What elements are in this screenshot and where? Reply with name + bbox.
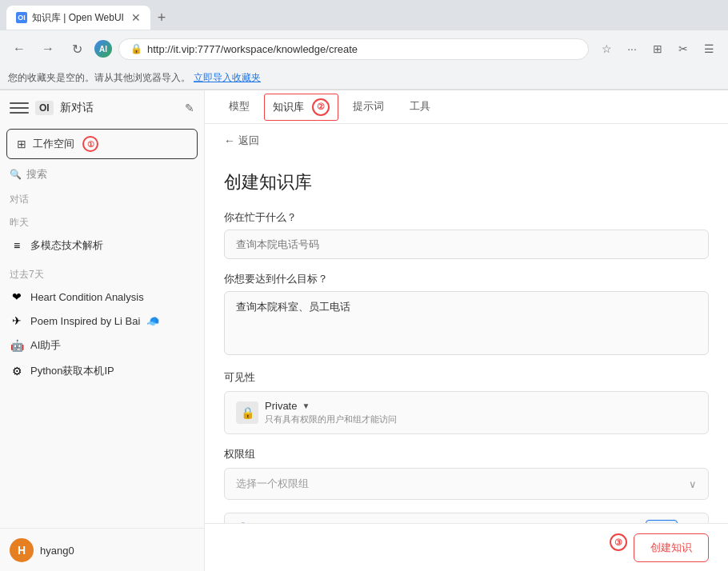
- workspace-label: 工作空间: [33, 137, 74, 151]
- past7-label: 过去7天: [0, 262, 204, 285]
- sidebar-footer: H hyang0: [0, 528, 204, 571]
- toolbar-icons: ☆ ··· ⊞ ✂ ☰: [595, 38, 720, 60]
- multimodal-label: 多模态技术解析: [30, 238, 103, 253]
- lock-icon: 🔒: [130, 43, 142, 54]
- username-label: hyang0: [40, 545, 74, 557]
- new-tab-button[interactable]: +: [150, 6, 173, 29]
- browser-chrome: OI 知识库 | Open WebUI ✕ + ← → ↻ AI 🔒 http:…: [0, 0, 728, 90]
- new-chat-label: 新对话: [60, 101, 178, 115]
- yesterday-label: 昨天: [0, 210, 204, 233]
- hamburger-menu-icon[interactable]: [10, 98, 29, 118]
- form-footer: ③ 创建知识: [205, 523, 728, 571]
- permission-select[interactable]: 选择一个权限组 ∨: [224, 468, 709, 500]
- search-row[interactable]: 🔍 搜索: [0, 162, 204, 186]
- create-knowledge-button[interactable]: 创建知识: [634, 533, 709, 562]
- ai-helper-icon: 🤖: [10, 339, 24, 352]
- bookmark-link[interactable]: 立即导入收藏夹: [194, 71, 261, 85]
- back-nav-button[interactable]: ←: [8, 38, 30, 60]
- tab-close-icon[interactable]: ✕: [131, 11, 141, 24]
- ai-icon: AI: [94, 40, 112, 58]
- create-circle-badge: ③: [610, 533, 627, 551]
- sidebar-header: OI 新对话 ✎: [0, 90, 204, 126]
- nav-knowledge[interactable]: 知识库 ②: [264, 94, 338, 121]
- user-row: 👤 it 只读 ✕: [224, 513, 709, 523]
- more-icon[interactable]: ···: [621, 38, 643, 60]
- tab-bar: OI 知识库 | Open WebUI ✕ +: [0, 0, 728, 30]
- nav-prompts[interactable]: 提示词: [342, 91, 395, 123]
- menu-icon[interactable]: ☰: [698, 38, 720, 60]
- visibility-title: Private ▼: [265, 400, 697, 412]
- what-goal-label: 你想要达到什么目标？: [224, 272, 709, 286]
- python-label: Python获取本机IP: [30, 364, 114, 378]
- page-title: 创建知识库: [224, 170, 709, 194]
- workspace-icon: ⊞: [17, 138, 26, 150]
- app-container: OI 新对话 ✎ ⊞ 工作空间 ① 🔍 搜索 对话 昨天 ≡ 多模态技术解析 过…: [0, 90, 728, 571]
- sidebar-item-ai[interactable]: 🤖 AI助手: [0, 333, 204, 358]
- edit-icon[interactable]: ✎: [185, 102, 194, 114]
- poem-label: Poem Inspired by Li Bai: [30, 315, 140, 327]
- heart-label: Heart Condition Analysis: [30, 291, 144, 303]
- permission-placeholder: 选择一个权限组: [236, 477, 309, 491]
- tab-title: 知识库 | Open WebUI: [32, 11, 126, 25]
- what-busy-input[interactable]: [224, 230, 709, 259]
- avatar: H: [10, 538, 34, 562]
- ai-helper-label: AI助手: [30, 338, 61, 353]
- nav-tools[interactable]: 工具: [398, 91, 442, 123]
- back-button[interactable]: ← 返回: [224, 134, 259, 148]
- search-icon: 🔍: [10, 169, 22, 180]
- conversations-section-label: 对话: [0, 186, 204, 210]
- browser-tab[interactable]: OI 知识库 | Open WebUI ✕: [6, 6, 150, 30]
- what-busy-label: 你在忙于什么？: [224, 210, 709, 225]
- oi-logo: OI: [35, 101, 54, 115]
- tab-favicon: OI: [16, 12, 27, 23]
- visibility-label: 可见性: [224, 370, 709, 385]
- sidebar-item-multimodal[interactable]: ≡ 多模态技术解析: [0, 233, 204, 258]
- poem-emoji: 🧢: [146, 315, 159, 327]
- nav-model[interactable]: 模型: [218, 91, 261, 123]
- url-text: http://it.vip:7777/workspace/knowledge/c…: [147, 43, 358, 55]
- workspace-button[interactable]: ⊞ 工作空间 ①: [6, 129, 198, 159]
- back-label: 返回: [238, 134, 259, 148]
- multimodal-icon: ≡: [10, 239, 24, 252]
- bookmark-bar: 您的收藏夹是空的。请从其他浏览器导入。 立即导入收藏夹: [0, 67, 728, 90]
- star-icon[interactable]: ☆: [595, 38, 618, 60]
- main-content: 模型 知识库 ② 提示词 工具 ← 返回 创建知识库 你在忙于什么？ 你想要达到…: [205, 90, 728, 571]
- what-goal-textarea[interactable]: 查询本院科室、员工电话: [224, 291, 709, 355]
- top-nav: 模型 知识库 ② 提示词 工具: [205, 90, 728, 124]
- heart-icon: ❤: [10, 290, 24, 303]
- reload-button[interactable]: ↻: [66, 38, 88, 60]
- grid-icon[interactable]: ⊞: [646, 38, 669, 60]
- visibility-lock-icon: 🔒: [236, 401, 258, 424]
- permission-chevron-icon: ∨: [689, 478, 697, 490]
- back-arrow-icon: ←: [224, 134, 235, 147]
- scissors-icon[interactable]: ✂: [672, 38, 694, 60]
- visibility-info: Private ▼ 只有具有权限的用户和组才能访问: [265, 400, 697, 425]
- visibility-row[interactable]: 🔒 Private ▼ 只有具有权限的用户和组才能访问: [224, 391, 709, 434]
- visibility-option-label: Private: [265, 400, 297, 412]
- forward-nav-button[interactable]: →: [37, 38, 59, 60]
- sidebar-item-python[interactable]: ⚙ Python获取本机IP: [0, 358, 204, 384]
- bookmark-text: 您的收藏夹是空的。请从其他浏览器导入。: [8, 71, 190, 85]
- sidebar-item-heart[interactable]: ❤ Heart Condition Analysis: [0, 285, 204, 309]
- url-bar[interactable]: 🔒 http://it.vip:7777/workspace/knowledge…: [118, 38, 589, 60]
- back-row: ← 返回: [205, 124, 728, 158]
- form-area: 创建知识库 你在忙于什么？ 你想要达到什么目标？ 查询本院科室、员工电话 可见性…: [205, 158, 728, 523]
- poem-icon: ✈: [10, 314, 24, 327]
- address-bar: ← → ↻ AI 🔒 http://it.vip:7777/workspace/…: [0, 30, 728, 67]
- permission-label: 权限组: [224, 447, 709, 461]
- sidebar-item-poem[interactable]: ✈ Poem Inspired by Li Bai 🧢: [0, 309, 204, 333]
- chevron-down-icon: ▼: [302, 401, 310, 410]
- sidebar: OI 新对话 ✎ ⊞ 工作空间 ① 🔍 搜索 对话 昨天 ≡ 多模态技术解析 过…: [0, 90, 205, 571]
- visibility-desc: 只有具有权限的用户和组才能访问: [265, 413, 697, 425]
- search-label: 搜索: [26, 167, 47, 182]
- python-icon: ⚙: [10, 365, 24, 377]
- nav-knowledge-circle: ②: [312, 98, 330, 116]
- workspace-circle-badge: ①: [82, 136, 98, 152]
